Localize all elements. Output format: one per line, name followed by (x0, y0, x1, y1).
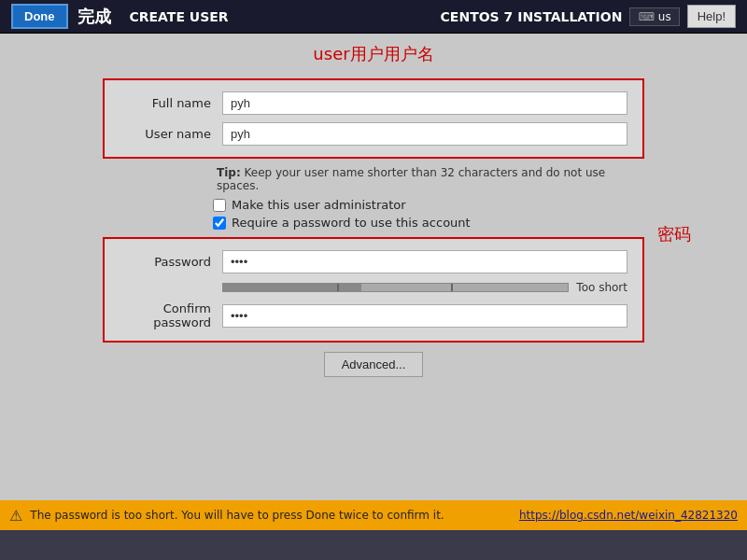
keyboard-indicator[interactable]: ⌨ us (629, 7, 679, 26)
user-name-label: User name (120, 127, 222, 141)
strength-bar-fill (223, 284, 361, 291)
header-right: CENTOS 7 INSTALLATION ⌨ us Help! (441, 5, 736, 28)
full-name-input[interactable] (222, 91, 627, 115)
main-content: user用户用户名 Full name User name Tip: Keep … (0, 34, 747, 530)
user-name-input[interactable] (222, 122, 627, 146)
user-name-row: User name (120, 122, 627, 146)
password-box: Password Too short Confirm password (103, 237, 644, 343)
admin-checkbox-label: Make this user administrator (232, 198, 406, 212)
done-label: 完成 (78, 6, 111, 28)
strength-bar (222, 283, 569, 292)
header: Done 完成 CREATE USER CENTOS 7 INSTALLATIO… (0, 0, 747, 34)
password-annotation: 密码 (657, 223, 691, 245)
done-button[interactable]: Done (11, 4, 68, 29)
full-name-row: Full name (120, 91, 627, 115)
page-title: CREATE USER (130, 9, 229, 24)
require-password-checkbox[interactable] (213, 217, 226, 230)
advanced-button[interactable]: Advanced... (324, 352, 424, 377)
status-bar: ⚠ The password is too short. You will ha… (0, 500, 747, 530)
strength-label: Too short (576, 281, 627, 294)
tip-body: Keep your user name shorter than 32 char… (217, 166, 605, 192)
admin-checkbox[interactable] (213, 199, 226, 212)
header-left: Done 完成 CREATE USER (11, 4, 229, 29)
password-input[interactable] (222, 250, 627, 273)
confirm-password-input[interactable] (222, 304, 627, 328)
section-title: user用户用户名 (103, 43, 644, 65)
require-password-checkbox-row: Require a password to use this account 密… (213, 216, 644, 230)
status-message: The password is too short. You will have… (30, 509, 512, 522)
form-wrapper: user用户用户名 Full name User name Tip: Keep … (103, 43, 644, 377)
keyboard-icon: ⌨ (638, 10, 654, 23)
confirm-password-label: Confirm password (120, 301, 222, 329)
tip-text: Tip: Keep your user name shorter than 32… (217, 166, 644, 192)
strength-bar-row: Too short (222, 281, 627, 294)
strength-bar-separator2 (451, 284, 453, 291)
help-button[interactable]: Help! (687, 5, 736, 28)
install-title: CENTOS 7 INSTALLATION (441, 9, 623, 24)
require-password-label: Require a password to use this account (232, 216, 471, 230)
strength-bar-separator (337, 284, 339, 291)
warning-icon: ⚠ (9, 507, 22, 525)
keyboard-lang: us (658, 10, 671, 23)
confirm-password-row: Confirm password (120, 301, 627, 329)
tip-label: Tip: (217, 166, 241, 179)
password-label: Password (120, 255, 222, 269)
status-url: https://blog.csdn.net/weixin_42821320 (519, 509, 738, 522)
full-name-label: Full name (120, 96, 222, 110)
user-info-box: Full name User name (103, 78, 644, 159)
admin-checkbox-row: Make this user administrator (213, 198, 644, 212)
checkbox-area: Make this user administrator Require a p… (103, 198, 644, 230)
password-row: Password (120, 250, 627, 273)
